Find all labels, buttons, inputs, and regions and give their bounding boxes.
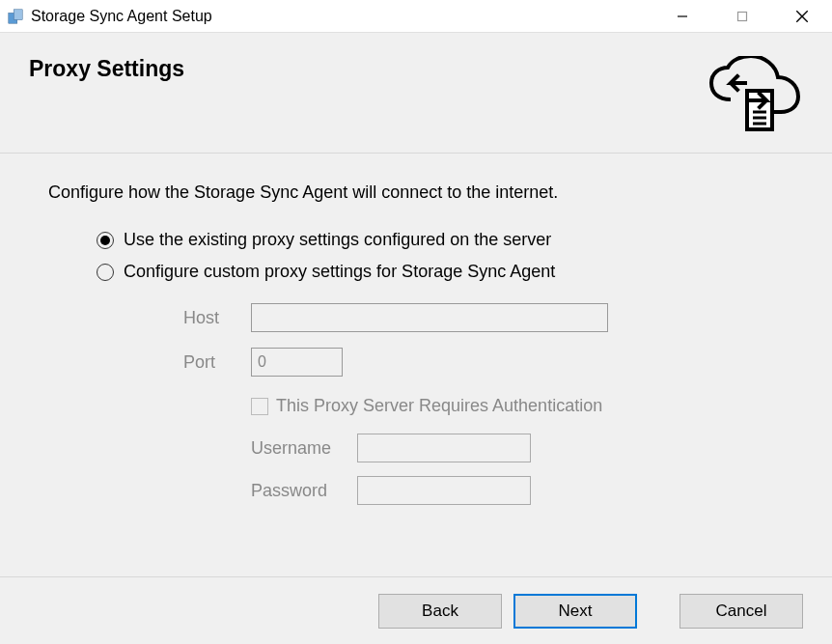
minimize-button[interactable] — [652, 0, 712, 32]
svg-rect-1 — [14, 9, 22, 19]
radio-custom-proxy[interactable]: Configure custom proxy settings for Stor… — [97, 262, 784, 282]
app-icon — [6, 7, 25, 26]
window-title: Storage Sync Agent Setup — [31, 8, 652, 25]
header-area: Proxy Settings — [0, 33, 832, 154]
cloud-sync-icon — [707, 56, 803, 133]
host-input[interactable] — [251, 303, 608, 332]
checkbox-icon — [251, 398, 268, 415]
username-label: Username — [251, 438, 357, 459]
intro-text: Configure how the Storage Sync Agent wil… — [48, 182, 784, 203]
password-label: Password — [251, 481, 357, 501]
radio-button-icon — [97, 232, 114, 249]
auth-checkbox-label: This Proxy Server Requires Authenticatio… — [276, 396, 602, 416]
host-label: Host — [183, 308, 251, 328]
password-input[interactable] — [357, 476, 531, 505]
custom-proxy-form: Host Port This Proxy Server Requires Aut… — [97, 294, 784, 505]
port-label: Port — [183, 352, 251, 373]
cancel-button[interactable]: Cancel — [679, 594, 803, 629]
username-input[interactable] — [357, 434, 531, 462]
svg-rect-3 — [738, 12, 747, 20]
maximize-button[interactable] — [712, 0, 772, 32]
next-button[interactable]: Next — [513, 594, 637, 629]
radio-custom-label: Configure custom proxy settings for Stor… — [124, 262, 555, 282]
window-controls — [652, 0, 832, 32]
content-area: Configure how the Storage Sync Agent wil… — [0, 154, 832, 538]
titlebar: Storage Sync Agent Setup — [0, 0, 832, 33]
radio-existing-proxy[interactable]: Use the existing proxy settings configur… — [97, 230, 784, 250]
page-title: Proxy Settings — [29, 56, 184, 82]
footer-buttons: Back Next Cancel — [0, 576, 832, 644]
port-input[interactable] — [251, 348, 343, 377]
close-button[interactable] — [772, 0, 832, 32]
radio-button-icon — [97, 264, 114, 281]
radio-existing-label: Use the existing proxy settings configur… — [124, 230, 551, 250]
proxy-mode-group: Use the existing proxy settings configur… — [48, 230, 784, 505]
auth-checkbox-row[interactable]: This Proxy Server Requires Authenticatio… — [183, 396, 784, 416]
back-button[interactable]: Back — [378, 594, 502, 629]
